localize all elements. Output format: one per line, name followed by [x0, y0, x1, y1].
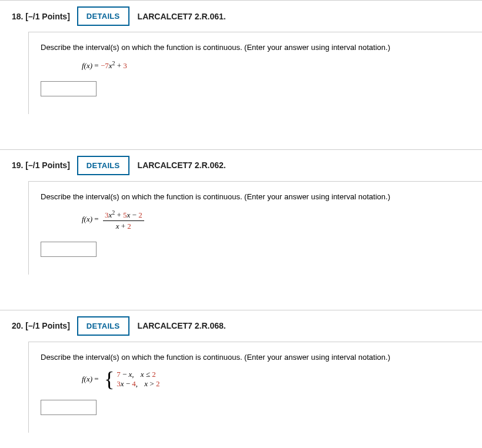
question-points: [–/1 Points] [25, 161, 69, 170]
case-row: 7 − x, x ≤ 2 [117, 370, 156, 379]
question-number-points: 20. [–/1 Points] [12, 321, 70, 330]
case-op: − [122, 370, 127, 379]
question-number: 19. [12, 161, 23, 170]
cond-const: 2 [156, 379, 160, 388]
details-button[interactable]: DETAILS [77, 156, 129, 175]
question-formula: f(x) = −7x2 + 3 [82, 60, 470, 71]
question-number: 20. [12, 321, 23, 330]
question-header: 18. [–/1 Points] DETAILS LARCALCET7 2.R.… [0, 1, 482, 32]
cond-var: x [144, 379, 148, 388]
question-number-points: 18. [–/1 Points] [12, 12, 70, 21]
formula-op: + [117, 61, 124, 70]
answer-input[interactable] [41, 81, 97, 96]
case-condition: x > 2 [144, 379, 159, 389]
fraction-denominator: x + 2 [103, 221, 144, 230]
formula-lhs: f(x) [82, 61, 92, 70]
answer-input[interactable] [41, 400, 97, 415]
answer-input[interactable] [41, 242, 97, 257]
piecewise: { 7 − x, x ≤ 2 3x − [104, 370, 160, 390]
question-body: Describe the interval(s) on which the fu… [28, 342, 482, 433]
case-comma: , [132, 370, 134, 379]
case-op: − [126, 379, 130, 388]
case-condition: x ≤ 2 [141, 370, 156, 380]
cond-const: 2 [152, 370, 156, 379]
formula-const: 3 [123, 61, 127, 70]
question-source: LARCALCET7 2.R.062. [138, 161, 226, 170]
question-source: LARCALCET7 2.R.061. [138, 12, 226, 21]
formula-lhs: f(x) [82, 215, 92, 223]
piecewise-cases: 7 − x, x ≤ 2 3x − 4, [117, 370, 159, 390]
question-prompt: Describe the interval(s) on which the fu… [41, 353, 470, 362]
case-row: 3x − 4, x > 2 [117, 379, 159, 388]
question-block: 18. [–/1 Points] DETAILS LARCALCET7 2.R.… [0, 0, 482, 114]
den-const: 2 [127, 222, 131, 230]
question-body: Describe the interval(s) on which the fu… [28, 32, 482, 114]
question-header: 19. [–/1 Points] DETAILS LARCALCET7 2.R.… [0, 150, 482, 181]
formula-lhs: f(x) [82, 374, 92, 383]
question-formula: f(x) = 3x2 + 5x − 2 x + 2 [82, 209, 470, 231]
question-formula: f(x) = { 7 − x, x ≤ 2 [82, 370, 470, 390]
formula-eq: = [94, 215, 101, 223]
question-body: Describe the interval(s) on which the fu… [28, 181, 482, 275]
cond-var: x [141, 370, 144, 379]
cond-op: ≤ [146, 370, 150, 379]
formula-sup: 2 [112, 60, 115, 66]
case-var: x [121, 379, 124, 388]
case-comma: , [136, 379, 138, 388]
question-points: [–/1 Points] [25, 321, 69, 330]
question-prompt: Describe the interval(s) on which the fu… [41, 43, 470, 52]
formula-coef: −7 [101, 61, 109, 70]
question-block: 20. [–/1 Points] DETAILS LARCALCET7 2.R.… [0, 310, 482, 433]
num-sup: 2 [112, 209, 115, 216]
num-op: + [117, 210, 121, 219]
question-number: 18. [12, 12, 23, 21]
question-number-points: 19. [–/1 Points] [12, 161, 70, 170]
details-button[interactable]: DETAILS [77, 6, 129, 26]
num-const: 2 [138, 210, 142, 219]
num-op: − [132, 210, 137, 219]
question-block: 19. [–/1 Points] DETAILS LARCALCET7 2.R.… [0, 149, 482, 275]
question-header: 20. [–/1 Points] DETAILS LARCALCET7 2.R.… [0, 310, 482, 342]
details-button[interactable]: DETAILS [77, 316, 129, 336]
case-coef: 7 [117, 370, 121, 379]
question-points: [–/1 Points] [25, 12, 69, 21]
formula-eq: = [94, 374, 101, 383]
formula-eq: = [94, 61, 101, 70]
brace-icon: { [104, 370, 114, 389]
cond-op: > [149, 379, 154, 388]
formula-fraction: 3x2 + 5x − 2 x + 2 [103, 209, 144, 231]
question-prompt: Describe the interval(s) on which the fu… [41, 192, 470, 201]
num-var: x [127, 210, 131, 219]
fraction-numerator: 3x2 + 5x − 2 [103, 209, 144, 222]
den-op: + [121, 222, 125, 230]
den-var: x [116, 222, 119, 230]
question-source: LARCALCET7 2.R.068. [138, 321, 226, 330]
